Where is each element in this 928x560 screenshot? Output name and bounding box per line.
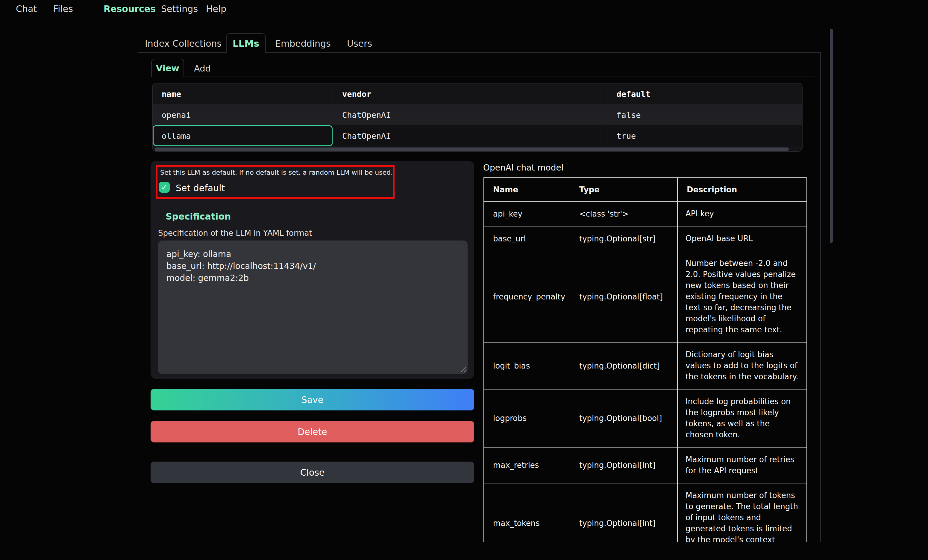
specification-heading: Specification: [166, 211, 231, 222]
delete-button[interactable]: Delete: [151, 421, 474, 443]
llm-row-openai[interactable]: openaiChatOpenAIfalse: [153, 104, 802, 125]
doc-cell: OpenAI base URL: [678, 226, 807, 251]
nav-item-settings[interactable]: Settings: [161, 4, 198, 14]
doc-row-max-retries: max_retriestyping.Optional[int]Maximum n…: [484, 447, 807, 483]
doc-cell: Maximum number of tokens to generate. Th…: [678, 483, 807, 542]
yaml-spec-textarea[interactable]: api_key: ollama base_url: http://localho…: [158, 240, 468, 374]
textarea-resize-handle[interactable]: [459, 365, 466, 372]
llm-row-ollama[interactable]: ollamaChatOpenAItrue: [153, 125, 802, 146]
tab-add[interactable]: Add: [194, 64, 211, 74]
nav-item-resources[interactable]: Resources: [104, 4, 156, 14]
doc-row-logprobs: logprobstyping.Optional[bool]Include log…: [484, 389, 807, 447]
model-doc-header-row: NameTypeDescription: [484, 178, 807, 201]
doc-cell: Include log probabilities on the logprob…: [678, 389, 807, 447]
subtab-bottom-border: [184, 76, 815, 77]
doc-cell: typing.Optional[int]: [570, 483, 678, 542]
doc-col-header-description: Description: [678, 178, 807, 201]
llm-col-header-vendor: vendor: [333, 84, 607, 104]
doc-cell: api_key: [484, 201, 570, 226]
llm-cell[interactable]: ollama: [153, 125, 333, 146]
doc-cell: Number between -2.0 and 2.0. Positive va…: [678, 251, 807, 342]
doc-col-header-name: Name: [484, 178, 570, 201]
doc-row-logit-bias: logit_biastyping.Optional[dict]Dictionar…: [484, 342, 807, 389]
app-window: ChatFilesResourcesSettingsHelp LLMs View…: [0, 0, 928, 560]
tab-view[interactable]: View: [151, 59, 184, 77]
close-button[interactable]: Close: [151, 461, 474, 483]
nav-item-chat[interactable]: Chat: [16, 4, 37, 14]
doc-cell: Dictionary of logit bias values to add t…: [678, 342, 807, 389]
llm-table-header-row: namevendordefault: [153, 84, 802, 104]
save-button[interactable]: Save: [151, 389, 474, 411]
llm-col-header-name: name: [153, 84, 333, 104]
doc-row-max-tokens: max_tokenstyping.Optional[int]Maximum nu…: [484, 483, 807, 542]
panel-top-border-left: [138, 52, 226, 53]
tab-index-collections[interactable]: Index Collections: [145, 38, 221, 49]
llm-cell[interactable]: ChatOpenAI: [333, 104, 607, 125]
doc-cell: typing.Optional[int]: [570, 447, 678, 483]
doc-cell: typing.Optional[bool]: [570, 389, 678, 447]
llm-detail-panel: Set this LLM as default. If no default i…: [151, 161, 474, 379]
panel-top-border-right: [266, 52, 820, 53]
doc-row-frequency-penalty: frequency_penaltytyping.Optional[float]N…: [484, 251, 807, 342]
panel-left-border: [138, 52, 138, 542]
specification-caption: Specification of the LLM in YAML format: [158, 228, 312, 237]
tab-llms[interactable]: LLMs: [226, 33, 266, 53]
doc-cell: <class 'str'>: [570, 201, 678, 226]
llm-table-hscrollbar-thumb[interactable]: [154, 148, 789, 151]
doc-cell: logit_bias: [484, 342, 570, 389]
model-doc-pane: OpenAI chat model NameTypeDescription ap…: [479, 161, 823, 542]
llm-cell[interactable]: openai: [153, 104, 333, 125]
tab-embeddings[interactable]: Embeddings: [275, 38, 331, 49]
doc-cell: max_retries: [484, 447, 570, 483]
llm-cell[interactable]: ChatOpenAI: [333, 125, 607, 146]
doc-cell: API key: [678, 201, 807, 226]
tab-users[interactable]: Users: [347, 38, 372, 49]
doc-col-header-type: Type: [570, 178, 678, 201]
nav-item-files[interactable]: Files: [53, 4, 73, 14]
model-doc-table: NameTypeDescription api_key<class 'str'>…: [484, 177, 807, 542]
llm-cell[interactable]: true: [607, 125, 802, 146]
vertical-scrollbar-thumb[interactable]: [830, 29, 833, 243]
top-navigation: ChatFilesResourcesSettingsHelp: [0, 0, 928, 19]
nav-item-help[interactable]: Help: [206, 4, 226, 14]
llm-cell[interactable]: false: [607, 104, 802, 125]
model-doc-title: OpenAI chat model: [483, 163, 563, 173]
doc-cell: logprobs: [484, 389, 570, 447]
llm-table-hscrollbar-track: [153, 146, 802, 152]
llm-list-table: namevendordefault openaiChatOpenAIfalseo…: [152, 83, 803, 152]
doc-cell: max_tokens: [484, 483, 570, 542]
doc-cell: frequency_penalty: [484, 251, 570, 342]
doc-row-base-url: base_urltyping.Optional[str]OpenAI base …: [484, 226, 807, 251]
doc-cell: base_url: [484, 226, 570, 251]
annotation-highlight-box: [156, 165, 395, 199]
doc-row-api-key: api_key<class 'str'>API key: [484, 201, 807, 226]
model-doc-body: api_key<class 'str'>API keybase_urltypin…: [484, 201, 807, 542]
doc-cell: Maximum number of retries for the API re…: [678, 447, 807, 483]
llm-col-header-default: default: [607, 84, 802, 104]
doc-cell: typing.Optional[float]: [570, 251, 678, 342]
doc-cell: typing.Optional[str]: [570, 226, 678, 251]
doc-cell: typing.Optional[dict]: [570, 342, 678, 389]
llm-table-body: openaiChatOpenAIfalseollamaChatOpenAItru…: [153, 104, 802, 146]
